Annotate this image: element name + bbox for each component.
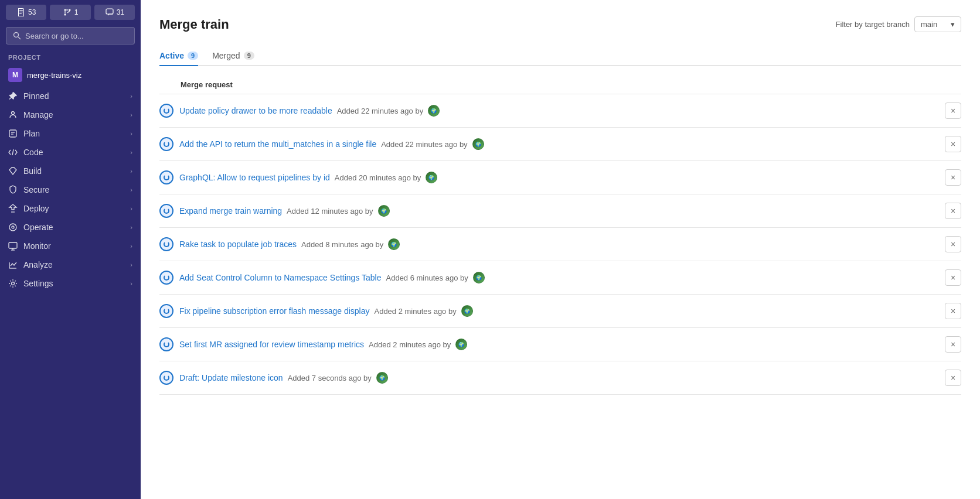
search-placeholder: Search or go to... <box>25 32 84 40</box>
svg-point-20 <box>12 226 14 228</box>
table-row: Fix pipeline subscription error flash me… <box>159 295 961 328</box>
mr-title-link[interactable]: Add Seat Control Column to Namespace Set… <box>179 273 382 282</box>
mr-content: Draft: Update milestone icon Added 7 sec… <box>179 372 939 384</box>
spinner-icon <box>164 241 169 247</box>
mr-title-link[interactable]: Fix pipeline subscription error flash me… <box>179 306 369 316</box>
svg-rect-3 <box>23 8 24 16</box>
mr-list: Update policy drawer to be more readable… <box>159 94 961 395</box>
mr-title-link[interactable]: Update policy drawer to be more readable <box>179 106 332 115</box>
remove-mr-button[interactable]: × <box>945 136 961 152</box>
comments-count: 31 <box>117 8 124 16</box>
mr-status-icon <box>159 137 173 151</box>
sidebar-item-label: Deploy <box>23 204 49 213</box>
remove-mr-button[interactable]: × <box>945 169 961 186</box>
svg-point-7 <box>64 9 66 11</box>
sidebar: 53 1 31 Search or go to... Project M mer… <box>0 0 141 499</box>
mr-meta: Added 22 minutes ago by <box>381 140 467 149</box>
build-icon <box>8 166 18 176</box>
page-header: Merge train Filter by target branch main… <box>159 16 961 32</box>
remove-mr-button[interactable]: × <box>945 336 961 353</box>
mr-meta: Added 8 minutes ago by <box>301 240 383 249</box>
remove-mr-button[interactable]: × <box>945 303 961 319</box>
svg-rect-5 <box>19 12 23 12</box>
svg-rect-2 <box>18 16 24 16</box>
mr-content: Fix pipeline subscription error flash me… <box>179 305 939 317</box>
mr-title-link[interactable]: Add the API to return the multi_matches … <box>179 139 376 149</box>
mr-title-link[interactable]: Rake task to populate job traces <box>179 240 297 249</box>
sidebar-item-label: Plan <box>23 129 40 138</box>
sidebar-item-label: Build <box>23 166 42 176</box>
mr-status-icon <box>159 337 173 351</box>
remove-mr-button[interactable]: × <box>945 236 961 252</box>
monitor-icon <box>8 241 18 251</box>
spinner-icon <box>164 208 169 214</box>
manage-icon <box>8 110 18 119</box>
mr-title-link[interactable]: Expand merge train warning <box>179 206 282 216</box>
main-content: Merge train Filter by target branch main… <box>141 0 980 499</box>
table-row: Add Seat Control Column to Namespace Set… <box>159 261 961 295</box>
search-icon <box>12 31 22 40</box>
svg-rect-0 <box>18 8 23 9</box>
sidebar-item-code[interactable]: Code › <box>0 143 141 162</box>
tab-active-count: 9 <box>188 52 198 60</box>
sidebar-item-secure[interactable]: Secure › <box>0 180 141 199</box>
spinner-icon <box>164 275 169 281</box>
sidebar-item-manage[interactable]: Manage › <box>0 105 141 124</box>
deploy-icon <box>8 204 18 213</box>
mr-title-link[interactable]: Set first MR assigned for review timesta… <box>179 340 364 349</box>
chevron-right-icon: › <box>130 280 132 287</box>
search-bar[interactable]: Search or go to... <box>6 27 135 45</box>
filter-branch-container: Filter by target branch main ▾ <box>836 16 961 32</box>
svg-point-8 <box>64 14 66 16</box>
project-item[interactable]: M merge-trains-viz <box>0 63 141 87</box>
mr-status-icon <box>159 304 173 318</box>
svg-line-12 <box>18 37 21 39</box>
sidebar-item-deploy[interactable]: Deploy › <box>0 199 141 218</box>
table-row: Update policy drawer to be more readable… <box>159 94 961 128</box>
tab-active[interactable]: Active 9 <box>159 46 198 66</box>
spinner-icon <box>164 108 169 114</box>
chevron-down-icon: ▾ <box>951 20 955 29</box>
tab-merged-label: Merged <box>212 51 240 60</box>
mr-title-link[interactable]: Draft: Update milestone icon <box>179 373 283 382</box>
sidebar-item-pinned[interactable]: Pinned › <box>0 87 141 105</box>
mr-title-link[interactable]: GraphQL: Allow to request pipelines by i… <box>179 173 330 182</box>
avatar: 🌍 <box>461 305 473 317</box>
remove-mr-button[interactable]: × <box>945 102 961 119</box>
code-icon <box>8 148 18 157</box>
tab-active-label: Active <box>159 51 184 60</box>
remove-mr-button[interactable]: × <box>945 370 961 386</box>
sidebar-item-operate[interactable]: Operate › <box>0 218 141 237</box>
mr-content: GraphQL: Allow to request pipelines by i… <box>179 172 939 183</box>
mr-status-icon <box>159 170 173 184</box>
sidebar-item-analyze[interactable]: Analyze › <box>0 255 141 274</box>
sidebar-item-monitor[interactable]: Monitor › <box>0 237 141 255</box>
sidebar-item-settings[interactable]: Settings › <box>0 274 141 293</box>
tab-merged-count: 9 <box>244 52 254 60</box>
mr-meta: Added 2 minutes ago by <box>374 307 456 316</box>
mr-content: Add the API to return the multi_matches … <box>179 138 939 150</box>
chevron-right-icon: › <box>130 168 132 175</box>
svg-point-26 <box>12 282 15 285</box>
settings-icon <box>8 279 18 288</box>
comments-button[interactable]: 31 <box>94 5 135 20</box>
remove-mr-button[interactable]: × <box>945 269 961 286</box>
project-avatar: M <box>8 68 22 82</box>
sidebar-item-plan[interactable]: Plan › <box>0 124 141 143</box>
chevron-right-icon: › <box>130 111 132 118</box>
branch-select[interactable]: main ▾ <box>914 16 961 32</box>
remove-mr-button[interactable]: × <box>945 203 961 219</box>
file-icon <box>16 8 26 17</box>
issues-button[interactable]: 53 <box>6 5 46 20</box>
svg-point-19 <box>9 224 16 231</box>
tab-merged[interactable]: Merged 9 <box>212 46 254 66</box>
chevron-right-icon: › <box>130 242 132 249</box>
avatar: 🌍 <box>473 272 485 283</box>
branch-value: main <box>921 20 937 29</box>
sidebar-item-build[interactable]: Build › <box>0 162 141 180</box>
comment-icon <box>105 8 114 17</box>
merge-requests-button[interactable]: 1 <box>50 5 90 20</box>
avatar: 🌍 <box>376 372 388 384</box>
svg-rect-14 <box>9 130 16 137</box>
table-row: Draft: Update milestone icon Added 7 sec… <box>159 361 961 395</box>
